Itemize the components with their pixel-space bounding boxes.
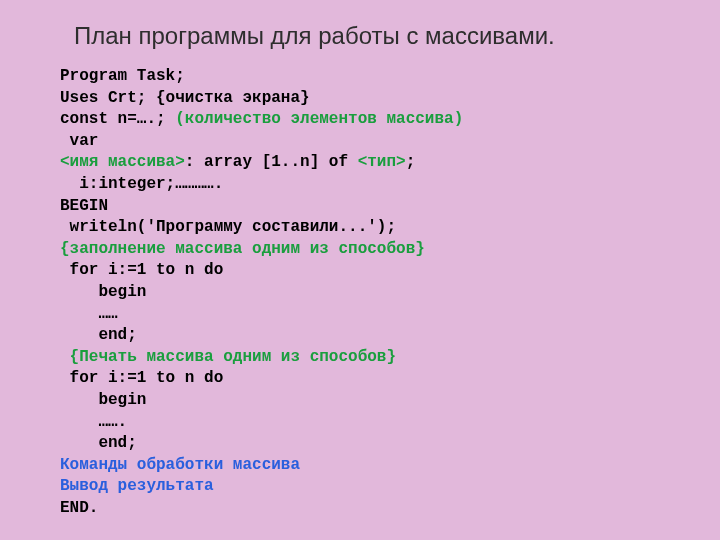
code-line: BEGIN xyxy=(60,197,108,215)
code-line: for i:=1 to n do xyxy=(60,261,223,279)
code-line: ……. xyxy=(60,413,127,431)
code-line: end; xyxy=(60,326,137,344)
code-comment: (количество элементов массива) xyxy=(175,110,463,128)
code-line: for i:=1 to n do xyxy=(60,369,223,387)
code-line: begin xyxy=(60,283,146,301)
code-step: Команды обработки массива xyxy=(60,456,300,474)
code-placeholder: <тип> xyxy=(358,153,406,171)
code-comment: {заполнение массива одним из способов} xyxy=(60,240,425,258)
code-line: Program Task; xyxy=(60,67,185,85)
page-title: План программы для работы с массивами. xyxy=(74,22,660,50)
code-line: END. xyxy=(60,499,98,517)
code-block: Program Task; Uses Crt; {очистка экрана}… xyxy=(60,66,660,519)
code-line: : array [1..n] of xyxy=(185,153,358,171)
code-line: ; xyxy=(406,153,416,171)
code-line: end; xyxy=(60,434,137,452)
code-step: Вывод результата xyxy=(60,477,214,495)
code-placeholder: <имя массива> xyxy=(60,153,185,171)
code-comment: {Печать массива одним из способов} xyxy=(60,348,396,366)
code-line: const n=….; xyxy=(60,110,175,128)
code-line: Uses Crt; {очистка экрана} xyxy=(60,89,310,107)
code-line: begin xyxy=(60,391,146,409)
code-line: writeln('Программу составили...'); xyxy=(60,218,396,236)
code-line: var xyxy=(60,132,98,150)
code-line: …… xyxy=(60,305,118,323)
code-line: i:integer;…………. xyxy=(60,175,223,193)
